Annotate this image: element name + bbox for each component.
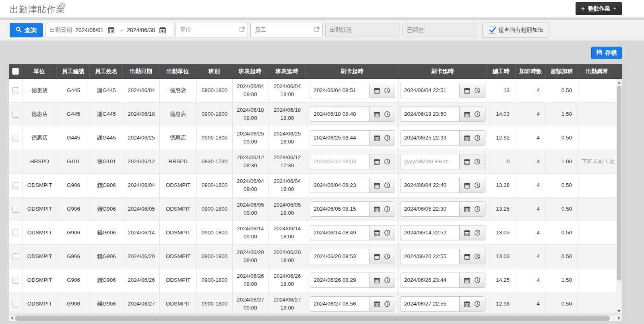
column-header-2[interactable]: 員工編號 bbox=[57, 64, 90, 78]
card-start-picker-buttons[interactable] bbox=[369, 83, 395, 98]
clock-icon[interactable] bbox=[384, 253, 390, 260]
clock-icon[interactable] bbox=[384, 277, 390, 283]
scroll-left-arrow-icon[interactable] bbox=[10, 316, 13, 320]
clock-icon[interactable] bbox=[384, 206, 390, 212]
card-end-picker-buttons[interactable] bbox=[459, 178, 485, 193]
card-end-picker-input[interactable]: 2024/06/20 22:55 bbox=[400, 249, 459, 264]
clock-icon[interactable] bbox=[384, 87, 390, 94]
card-start-picker[interactable]: 2024/06/18 08:48 bbox=[310, 107, 395, 122]
clock-icon[interactable] bbox=[384, 135, 390, 141]
calendar-icon[interactable] bbox=[374, 301, 380, 307]
clock-icon[interactable] bbox=[474, 230, 481, 236]
card-start-picker-buttons[interactable] bbox=[369, 226, 395, 240]
calendar-icon[interactable] bbox=[464, 230, 470, 236]
card-start-picker-input[interactable]: 2024/06/18 08:48 bbox=[310, 107, 369, 121]
card-start-picker[interactable]: 2024/06/20 08:53 bbox=[310, 249, 395, 264]
card-end-picker[interactable]: 2024/06/25 22:33 bbox=[400, 130, 485, 146]
card-end-picker-buttons[interactable] bbox=[459, 249, 485, 264]
row-checkbox[interactable] bbox=[12, 87, 19, 94]
clock-icon[interactable] bbox=[474, 301, 481, 307]
employee-field[interactable]: 員工 bbox=[250, 23, 323, 37]
row-checkbox[interactable] bbox=[12, 135, 19, 141]
horizontal-scrollbar[interactable] bbox=[9, 314, 622, 321]
card-end-picker-input[interactable]: 2024/06/18 23:50 bbox=[400, 107, 459, 121]
horizontal-scrollbar-thumb[interactable] bbox=[15, 316, 610, 321]
card-start-picker-input[interactable]: 2024/06/14 08:49 bbox=[310, 226, 369, 240]
calendar-icon[interactable] bbox=[464, 88, 470, 94]
card-start-picker-input[interactable]: 2024/06/04 08:23 bbox=[310, 178, 369, 193]
row-checkbox[interactable] bbox=[12, 277, 19, 284]
card-end-picker-input[interactable]: 2024/06/26 23:44 bbox=[400, 273, 459, 287]
select-all-checkbox[interactable] bbox=[12, 68, 19, 75]
clock-icon[interactable] bbox=[474, 253, 481, 260]
calendar-icon[interactable] bbox=[464, 301, 470, 307]
overtime-only-checkbox-group[interactable]: 僅查詢有超額加班 bbox=[482, 23, 549, 38]
card-end-picker-input[interactable]: 2024/06/05 22:30 bbox=[400, 202, 459, 216]
clock-icon[interactable] bbox=[474, 87, 481, 94]
calendar-icon[interactable] bbox=[374, 277, 380, 283]
column-header-12[interactable]: 加班時數 bbox=[516, 64, 546, 78]
calendar-icon[interactable] bbox=[464, 183, 470, 189]
calendar-icon[interactable] bbox=[464, 111, 470, 117]
row-checkbox[interactable] bbox=[12, 230, 19, 236]
date-to-value[interactable]: 2024/06/30 bbox=[127, 27, 155, 33]
calendar-icon[interactable] bbox=[374, 254, 380, 260]
card-start-picker-buttons[interactable] bbox=[369, 297, 395, 311]
column-header-7[interactable]: 班表起時 bbox=[232, 64, 268, 78]
batch-operations-button[interactable]: + 整批作業 bbox=[576, 2, 622, 15]
card-end-picker[interactable]: 2024/06/04 22:40 bbox=[400, 178, 485, 193]
card-end-picker-buttons[interactable] bbox=[459, 226, 485, 240]
attendance-status-field[interactable]: 出勤狀況 bbox=[325, 23, 400, 37]
card-start-picker-buttons[interactable] bbox=[369, 107, 395, 121]
column-header-9[interactable]: 刷卡起時 bbox=[306, 64, 398, 78]
card-end-picker-input[interactable]: 2024/06/27 22:55 bbox=[400, 297, 459, 311]
card-end-picker-input[interactable]: 2024/06/04 22:51 bbox=[400, 83, 459, 98]
card-end-picker[interactable]: 2024/06/18 23:50 bbox=[400, 107, 485, 122]
date-from-calendar-icon[interactable] bbox=[107, 25, 116, 35]
clock-icon[interactable] bbox=[474, 111, 481, 117]
clock-icon[interactable] bbox=[474, 135, 481, 141]
card-start-picker[interactable]: 2024/06/05 08:15 bbox=[310, 201, 395, 217]
calendar-icon[interactable] bbox=[464, 277, 470, 283]
scroll-down-arrow-icon[interactable] bbox=[617, 310, 621, 312]
card-start-picker-input[interactable]: 2024/06/26 08:29 bbox=[310, 273, 369, 287]
card-start-picker-buttons[interactable] bbox=[369, 131, 395, 145]
clock-icon[interactable] bbox=[474, 277, 481, 283]
date-from-value[interactable]: 2024/06/01 bbox=[75, 27, 103, 33]
card-end-picker-buttons[interactable] bbox=[459, 202, 485, 216]
card-start-picker-input[interactable]: 2024/06/27 08:56 bbox=[310, 297, 369, 311]
card-end-picker-buttons[interactable] bbox=[459, 107, 485, 121]
row-checkbox[interactable] bbox=[12, 206, 19, 213]
column-header-6[interactable]: 班別 bbox=[196, 64, 232, 78]
calendar-icon[interactable] bbox=[374, 135, 380, 141]
column-header-5[interactable]: 出勤單位 bbox=[159, 64, 196, 78]
column-header-3[interactable]: 員工姓名 bbox=[90, 64, 123, 78]
scroll-right-arrow-icon[interactable] bbox=[618, 316, 621, 320]
card-end-picker[interactable]: 2024/06/20 22:55 bbox=[400, 249, 485, 264]
card-start-picker-input[interactable]: 2024/06/04 08:51 bbox=[310, 83, 369, 98]
clock-icon[interactable] bbox=[474, 182, 481, 189]
card-start-picker[interactable]: 2024/06/27 08:56 bbox=[310, 296, 395, 312]
card-start-picker-buttons[interactable] bbox=[369, 202, 395, 216]
card-end-picker-input[interactable]: 2024/06/04 22:40 bbox=[400, 178, 459, 193]
calendar-icon[interactable] bbox=[374, 206, 380, 212]
column-header-8[interactable]: 班表迄時 bbox=[268, 64, 306, 78]
card-end-picker[interactable]: 2024/06/05 22:30 bbox=[400, 201, 485, 217]
calendar-icon[interactable] bbox=[464, 135, 470, 141]
card-start-picker-input[interactable]: 2024/06/05 08:15 bbox=[310, 202, 369, 216]
card-end-picker[interactable]: 2024/06/27 22:55 bbox=[400, 296, 485, 312]
column-header-4[interactable]: 出勤日期 bbox=[123, 64, 159, 78]
clock-icon[interactable] bbox=[384, 182, 390, 189]
card-end-picker-buttons[interactable] bbox=[459, 131, 485, 145]
card-start-picker[interactable]: 2024/06/26 08:29 bbox=[310, 273, 395, 288]
card-start-picker[interactable]: 2024/06/14 08:49 bbox=[310, 225, 395, 240]
unit-lookup-icon[interactable] bbox=[239, 27, 245, 33]
calendar-icon[interactable] bbox=[374, 183, 380, 189]
card-start-picker[interactable]: 2024/06/04 08:51 bbox=[310, 83, 395, 98]
card-start-picker[interactable]: 2024/06/25 08:44 bbox=[310, 130, 395, 146]
column-header-14[interactable]: 出勤異常 bbox=[578, 64, 616, 78]
card-end-picker-buttons[interactable] bbox=[459, 273, 485, 287]
unit-field[interactable]: 單位 bbox=[175, 23, 248, 37]
card-start-picker-input[interactable]: 2024/06/20 08:53 bbox=[310, 249, 369, 264]
column-header-1[interactable]: 單位 bbox=[22, 64, 57, 78]
